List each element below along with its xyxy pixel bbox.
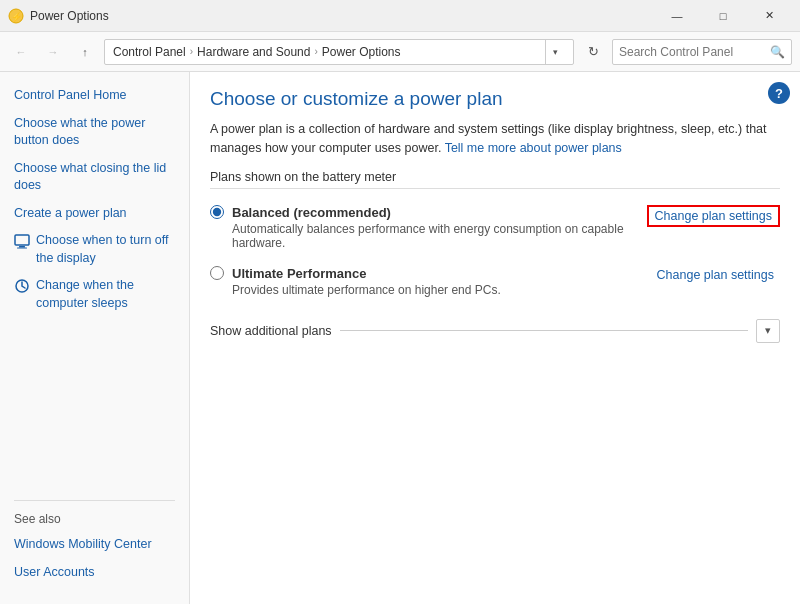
- sidebar-divider: [14, 500, 175, 501]
- back-button[interactable]: ←: [8, 39, 34, 65]
- page-title: Choose or customize a power plan: [210, 88, 780, 110]
- plan-radio-balanced[interactable]: [210, 205, 224, 219]
- minimize-button[interactable]: —: [654, 0, 700, 32]
- sidebar-item-mobility-center[interactable]: Windows Mobility Center: [0, 531, 189, 559]
- forward-button[interactable]: →: [40, 39, 66, 65]
- sidebar-item-control-panel-home[interactable]: Control Panel Home: [0, 82, 189, 110]
- svg-rect-2: [15, 235, 29, 245]
- maximize-button[interactable]: □: [700, 0, 746, 32]
- divider-line: [340, 330, 748, 331]
- chevron-down-icon[interactable]: ▾: [756, 319, 780, 343]
- plan-left-ultimate: Ultimate Performance Provides ultimate p…: [210, 266, 501, 297]
- help-button[interactable]: ?: [768, 82, 790, 104]
- sleep-icon: [14, 278, 30, 294]
- plans-battery-label: Plans shown on the battery meter: [210, 170, 780, 189]
- close-button[interactable]: ✕: [746, 0, 792, 32]
- sidebar-item-closing-lid[interactable]: Choose what closing the lid does: [0, 155, 189, 200]
- search-input[interactable]: [619, 45, 770, 59]
- breadcrumb-power-options[interactable]: Power Options: [322, 45, 401, 59]
- refresh-button[interactable]: ↻: [580, 39, 606, 65]
- change-plan-link-ultimate[interactable]: Change plan settings: [651, 266, 780, 284]
- page-description: A power plan is a collection of hardware…: [210, 120, 780, 158]
- content-area: ? Choose or customize a power plan A pow…: [190, 72, 800, 604]
- up-button[interactable]: ↑: [72, 39, 98, 65]
- plan-radio-row-balanced: Balanced (recommended): [210, 205, 647, 220]
- svg-rect-3: [19, 246, 25, 248]
- sidebar-item-user-accounts[interactable]: User Accounts: [0, 559, 189, 587]
- see-also-label: See also: [0, 507, 189, 531]
- change-plan-link-balanced[interactable]: Change plan settings: [647, 205, 780, 227]
- search-icon: 🔍: [770, 45, 785, 59]
- sidebar-item-power-button[interactable]: Choose what the power button does: [0, 110, 189, 155]
- learn-more-link[interactable]: Tell me more about power plans: [445, 141, 622, 155]
- breadcrumb: Control Panel › Hardware and Sound › Pow…: [104, 39, 574, 65]
- plan-name-ultimate: Ultimate Performance: [232, 266, 366, 281]
- plan-left-balanced: Balanced (recommended) Automatically bal…: [210, 205, 647, 250]
- sidebar-item-computer-sleeps[interactable]: Change when the computer sleeps: [0, 272, 189, 317]
- breadcrumb-dropdown-button[interactable]: ▾: [545, 39, 565, 65]
- sidebar-item-create-plan[interactable]: Create a power plan: [0, 200, 189, 228]
- window-title: Power Options: [30, 9, 109, 23]
- search-box[interactable]: 🔍: [612, 39, 792, 65]
- titlebar: ⚡ Power Options — □ ✕: [0, 0, 800, 32]
- plan-name-balanced: Balanced (recommended): [232, 205, 391, 220]
- svg-rect-4: [17, 248, 27, 249]
- plan-radio-row-ultimate: Ultimate Performance: [210, 266, 501, 281]
- plan-row-balanced: Balanced (recommended) Automatically bal…: [210, 197, 780, 258]
- sidebar-item-turn-off-display[interactable]: Choose when to turn off the display: [0, 227, 189, 272]
- plan-row-ultimate: Ultimate Performance Provides ultimate p…: [210, 258, 780, 305]
- monitor-icon: [14, 233, 30, 249]
- svg-text:⚡: ⚡: [11, 11, 23, 23]
- show-additional-label: Show additional plans: [210, 324, 332, 338]
- main-layout: Control Panel Home Choose what the power…: [0, 72, 800, 604]
- breadcrumb-control-panel[interactable]: Control Panel: [113, 45, 186, 59]
- sidebar-bottom: See also Windows Mobility Center User Ac…: [0, 486, 189, 594]
- sidebar: Control Panel Home Choose what the power…: [0, 72, 190, 604]
- show-additional-plans[interactable]: Show additional plans ▾: [210, 319, 780, 343]
- breadcrumb-hardware-sound[interactable]: Hardware and Sound: [197, 45, 310, 59]
- plan-radio-ultimate[interactable]: [210, 266, 224, 280]
- app-icon: ⚡: [8, 8, 24, 24]
- plan-desc-balanced: Automatically balances performance with …: [232, 222, 647, 250]
- plan-desc-ultimate: Provides ultimate performance on higher …: [232, 283, 501, 297]
- address-bar: ← → ↑ Control Panel › Hardware and Sound…: [0, 32, 800, 72]
